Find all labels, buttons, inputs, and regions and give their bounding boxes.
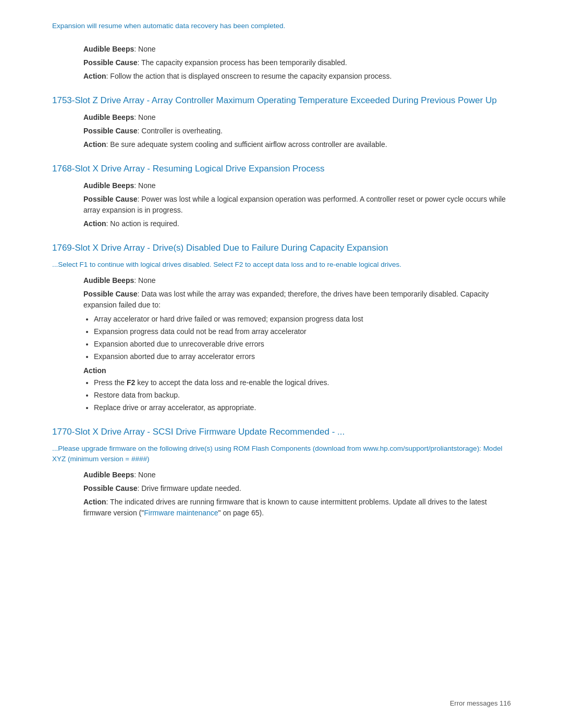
list-item: Array accelerator or hard drive failed o… bbox=[94, 314, 511, 325]
list-item: Expansion progress data could not be rea… bbox=[94, 326, 511, 337]
section1-audible-value: None bbox=[138, 45, 155, 53]
section5-audible-row: Audible Beeps: None bbox=[83, 470, 511, 480]
section3-title: 1768-Slot X Drive Array - Resuming Logic… bbox=[52, 163, 511, 175]
section1-possible-value: The capacity expansion process has been … bbox=[141, 58, 347, 67]
section2-audible-row: Audible Beeps: None bbox=[83, 112, 511, 123]
section1: Audible Beeps: None Possible Cause: The … bbox=[52, 44, 511, 82]
list-item: Restore data from backup. bbox=[94, 390, 511, 401]
section1-audible-colon: : bbox=[134, 45, 138, 53]
section2-title: 1753-Slot Z Drive Array - Array Controll… bbox=[52, 94, 511, 107]
section2-audible-value: None bbox=[138, 113, 155, 121]
section5-possible-label: Possible Cause bbox=[83, 484, 138, 492]
section3-possible-value: Power was lost while a logical expansion… bbox=[83, 195, 506, 214]
intro-section: Expansion will resume when automatic dat… bbox=[52, 21, 511, 31]
section4-audible-row: Audible Beeps: None bbox=[83, 275, 511, 286]
section1-possible-row: Possible Cause: The capacity expansion p… bbox=[83, 57, 511, 68]
section2-action-value: Be sure adequate system cooling and suff… bbox=[110, 140, 387, 149]
firmware-maintenance-link[interactable]: Firmware maintenance bbox=[144, 509, 218, 517]
section3-audible-value: None bbox=[138, 181, 155, 190]
section2-possible-value: Controller is overheating. bbox=[141, 127, 223, 135]
list-item: Expansion aborted due to unrecoverable d… bbox=[94, 339, 511, 350]
section4-possible-label: Possible Cause bbox=[83, 290, 138, 298]
footer-text: Error messages 116 bbox=[450, 699, 511, 707]
section3-action-label: Action bbox=[83, 219, 106, 228]
section1-audible-label: Audible Beeps bbox=[83, 45, 134, 53]
section3-possible-label: Possible Cause bbox=[83, 195, 138, 203]
section3-possible-row: Possible Cause: Power was lost while a l… bbox=[83, 194, 511, 216]
section4-possible-row: Possible Cause: Data was lost while the … bbox=[83, 289, 511, 311]
section4-audible-value: None bbox=[138, 276, 155, 285]
section5-entries: Audible Beeps: None Possible Cause: Driv… bbox=[52, 470, 511, 519]
section2-possible-row: Possible Cause: Controller is overheatin… bbox=[83, 126, 511, 137]
section2-action-label: Action bbox=[83, 140, 106, 149]
section4-possible-value: Data was lost while the array was expand… bbox=[83, 290, 488, 309]
section3-audible-label: Audible Beeps bbox=[83, 181, 134, 190]
section1-action-value: Follow the action that is displayed onsc… bbox=[110, 72, 391, 80]
section2-audible-label: Audible Beeps bbox=[83, 113, 134, 121]
f2-bold: F2 bbox=[127, 378, 135, 387]
section4-action-label: Action bbox=[52, 366, 511, 375]
section3-action-value: No action is required. bbox=[110, 219, 179, 228]
section2-entries: Audible Beeps: None Possible Cause: Cont… bbox=[52, 112, 511, 150]
section4-bullet-list: Array accelerator or hard drive failed o… bbox=[52, 314, 511, 362]
section5-action-row: Action: The indicated drives are running… bbox=[83, 497, 511, 519]
section4: 1769-Slot X Drive Array - Drive(s) Disab… bbox=[52, 242, 511, 413]
section5-action-suffix: " on page 65). bbox=[218, 509, 264, 517]
section4-title: 1769-Slot X Drive Array - Drive(s) Disab… bbox=[52, 242, 511, 254]
section3: 1768-Slot X Drive Array - Resuming Logic… bbox=[52, 163, 511, 229]
section5-audible-label: Audible Beeps bbox=[83, 471, 134, 479]
list-item: Press the F2 key to accept the data loss… bbox=[94, 377, 511, 388]
section2: 1753-Slot Z Drive Array - Array Controll… bbox=[52, 94, 511, 150]
section5: 1770-Slot X Drive Array - SCSI Drive Fir… bbox=[52, 426, 511, 519]
section5-subtitle: ...Please upgrade firmware on the follow… bbox=[52, 443, 511, 465]
list-item: Replace drive or array accelerator, as a… bbox=[94, 402, 511, 413]
section5-audible-value: None bbox=[138, 471, 155, 479]
section5-possible-value: Drive firmware update needed. bbox=[141, 484, 241, 492]
section4-audible-label: Audible Beeps bbox=[83, 276, 134, 285]
section1-action-label: Action bbox=[83, 72, 106, 80]
section2-action-row: Action: Be sure adequate system cooling … bbox=[83, 139, 511, 150]
section5-possible-row: Possible Cause: Drive firmware update ne… bbox=[83, 483, 511, 494]
section1-possible-label: Possible Cause bbox=[83, 58, 138, 67]
section4-subtitle: ...Select F1 to continue with logical dr… bbox=[52, 260, 511, 270]
intro-link[interactable]: Expansion will resume when automatic dat… bbox=[52, 22, 285, 30]
footer: Error messages 116 bbox=[450, 699, 511, 707]
section5-title: 1770-Slot X Drive Array - SCSI Drive Fir… bbox=[52, 426, 511, 438]
section1-audible-row: Audible Beeps: None bbox=[83, 44, 511, 55]
section3-audible-row: Audible Beeps: None bbox=[83, 180, 511, 191]
section1-possible-colon: : bbox=[138, 58, 142, 67]
section4-action-bullets: Press the F2 key to accept the data loss… bbox=[52, 377, 511, 413]
section3-entries: Audible Beeps: None Possible Cause: Powe… bbox=[52, 180, 511, 229]
section2-possible-label: Possible Cause bbox=[83, 127, 138, 135]
list-item: Expansion aborted due to array accelerat… bbox=[94, 351, 511, 362]
section1-action-row: Action: Follow the action that is displa… bbox=[83, 71, 511, 82]
section3-action-row: Action: No action is required. bbox=[83, 218, 511, 229]
section4-entries: Audible Beeps: None Possible Cause: Data… bbox=[52, 275, 511, 311]
section5-action-label: Action bbox=[83, 498, 106, 506]
section1-audible: Audible Beeps: None Possible Cause: The … bbox=[52, 44, 511, 82]
